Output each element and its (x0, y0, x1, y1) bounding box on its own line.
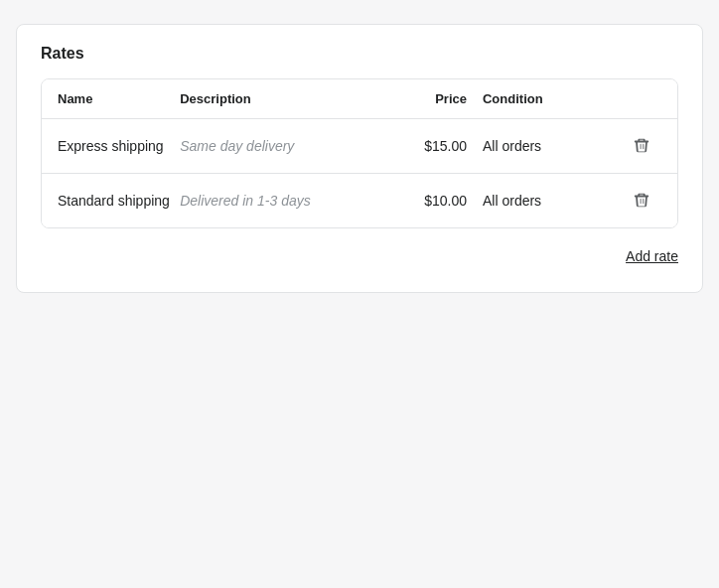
header-name: Name (58, 91, 180, 106)
delete-row-1-button[interactable] (629, 133, 654, 159)
row-action (622, 133, 661, 159)
row-action (622, 188, 661, 214)
row-condition: All orders (483, 193, 622, 209)
row-price: $15.00 (363, 138, 483, 154)
row-name: Standard shipping (58, 193, 180, 209)
row-price: $10.00 (363, 193, 483, 209)
header-actions (622, 91, 661, 106)
table-row: Express shipping Same day delivery $15.0… (42, 119, 677, 174)
trash-icon (633, 192, 650, 210)
add-rate-container: Add rate (41, 244, 678, 268)
rates-section: Rates Name Description Price Condition E… (16, 24, 703, 293)
table-row: Standard shipping Delivered in 1-3 days … (42, 174, 677, 227)
row-condition: All orders (483, 138, 622, 154)
rates-table: Name Description Price Condition Express… (41, 78, 678, 228)
add-rate-button[interactable]: Add rate (626, 244, 678, 268)
header-price: Price (363, 91, 483, 106)
table-header: Name Description Price Condition (42, 79, 677, 119)
row-name: Express shipping (58, 138, 180, 154)
trash-icon (633, 137, 650, 155)
delete-row-2-button[interactable] (629, 188, 654, 214)
header-condition: Condition (483, 91, 622, 106)
row-description: Same day delivery (180, 138, 363, 154)
header-description: Description (180, 91, 363, 106)
page-title: Rates (41, 45, 678, 63)
row-description: Delivered in 1-3 days (180, 193, 363, 209)
